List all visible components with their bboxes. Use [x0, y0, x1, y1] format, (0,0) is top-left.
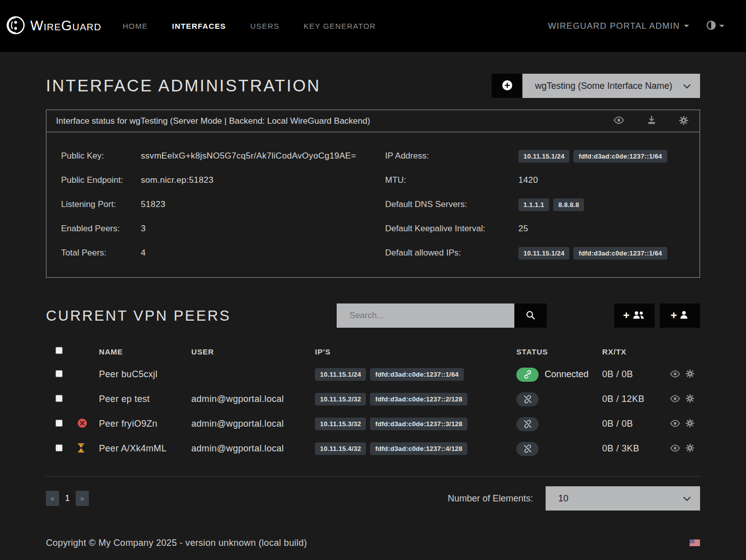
detail-row: Total Peers: 4: [61, 241, 373, 265]
gear-icon: [685, 369, 695, 380]
footer: Copyright © My Company 2025 - version un…: [46, 532, 700, 560]
nav-links: HOME INTERFACES USERS KEY GENERATOR: [123, 22, 376, 30]
column-header-user: USER: [191, 347, 315, 356]
ip-badge: fdfd:d3ad:c0de:1237::2/128: [370, 393, 467, 405]
nav-link-home[interactable]: HOME: [123, 22, 148, 30]
navbar: WireGuard HOME INTERFACES USERS KEY GENE…: [0, 0, 746, 52]
nav-link-key-generator[interactable]: KEY GENERATOR: [304, 22, 376, 30]
page-title: INTERFACE ADMINISTRATION: [46, 76, 321, 95]
peer-edit-button[interactable]: [685, 394, 695, 404]
peer-ips: 10.11.15.4/32fdfd:d3ad:c0de:1237::4/128: [315, 442, 516, 455]
theme-toggle-dropdown[interactable]: [706, 20, 724, 32]
navbar-right: WIREGUARD PORTAL ADMIN: [548, 20, 724, 32]
peers-table: NAME USER IP'S STATUS RX/TX Peer buC5cxj…: [46, 341, 700, 477]
caret-down-icon: [719, 25, 724, 27]
peer-ips: 10.11.15.3/32fdfd:d3ad:c0de:1237::3/128: [315, 418, 516, 430]
add-peer-button[interactable]: +: [660, 303, 700, 328]
peer-view-button[interactable]: [670, 420, 680, 429]
chevron-down-icon: [683, 81, 691, 91]
download-icon: [647, 115, 657, 127]
pagination-current-page[interactable]: 1: [65, 494, 70, 503]
detail-row: IP Address: 10.11.15.1/24fdfd:d3ad:c0de:…: [385, 144, 700, 168]
copyright-text: Copyright © My Company 2025 - version un…: [46, 538, 307, 548]
plus-icon: +: [623, 310, 630, 321]
nav-link-interfaces[interactable]: INTERFACES: [172, 22, 226, 30]
elements-per-page-label: Number of Elements:: [448, 493, 533, 504]
peer-row: Peer buC5cxjl 10.11.15.1/24fdfd:d3ad:c0d…: [46, 362, 700, 387]
ip-badge: 1.1.1.1: [518, 198, 549, 211]
peer-name: Peer A/Xk4mML: [99, 443, 191, 454]
peer-ips: 10.11.15.2/32fdfd:d3ad:c0de:1237::2/128: [315, 393, 516, 405]
peer-select-checkbox[interactable]: [56, 420, 63, 427]
peer-view-button[interactable]: [670, 370, 680, 379]
detail-value: 1420: [518, 175, 538, 185]
view-config-button[interactable]: [613, 116, 624, 126]
download-config-button[interactable]: [647, 115, 657, 127]
detail-row: Default allowed IPs: 10.11.15.1/24fdfd:d…: [385, 241, 700, 265]
peer-ips: 10.11.15.1/24fdfd:d3ad:c0de:1237::1/64: [315, 368, 516, 381]
nav-link-users[interactable]: USERS: [250, 22, 280, 30]
interface-status-card: Interface status for wgTesting (Server M…: [46, 110, 700, 278]
search-input[interactable]: [337, 303, 514, 328]
edit-interface-button[interactable]: [679, 116, 688, 127]
pagination-next-button[interactable]: »: [76, 491, 89, 506]
eye-icon: [670, 370, 680, 379]
interface-details-left: Public Key: ssvmEelxG+k8jsNO5G7cq5r/Ak7l…: [46, 144, 373, 265]
add-interface-button[interactable]: [492, 74, 522, 98]
peer-user: admin@wgportal.local: [191, 394, 315, 404]
peer-row: Peer ep test admin@wgportal.local 10.11.…: [46, 387, 700, 412]
peer-select-checkbox[interactable]: [56, 395, 63, 402]
gear-icon: [685, 419, 695, 429]
brand-wordmark: WireGuard: [30, 18, 101, 34]
detail-value: 1.1.1.18.8.8.8: [518, 198, 588, 211]
peer-select-checkbox[interactable]: [56, 370, 63, 377]
peer-user: admin@wgportal.local: [191, 419, 315, 429]
elements-per-page-select[interactable]: 10: [546, 486, 700, 511]
peer-row: Peer fryiO9Zn admin@wgportal.local 10.11…: [46, 412, 700, 436]
interface-select[interactable]: wgTesting (Some Interface Name): [522, 74, 700, 98]
detail-value: 10.11.15.1/24fdfd:d3ad:c0de:1237::1/64: [518, 247, 671, 260]
peer-edit-button[interactable]: [685, 369, 695, 380]
wireguard-brand[interactable]: WireGuard: [5, 15, 101, 38]
peer-edit-button[interactable]: [685, 443, 695, 454]
ip-badge: fdfd:d3ad:c0de:1237::1/64: [573, 150, 667, 163]
column-header-status: STATUS: [516, 347, 602, 356]
eye-icon: [670, 420, 680, 429]
gear-icon: [679, 116, 688, 127]
plus-icon: +: [671, 310, 677, 321]
ip-badge: fdfd:d3ad:c0de:1237::3/128: [370, 418, 467, 430]
search-button[interactable]: [514, 303, 547, 328]
language-flag-us-icon[interactable]: [689, 539, 700, 546]
peers-table-header: NAME USER IP'S STATUS RX/TX: [46, 341, 700, 362]
peer-disabled-icon: [77, 418, 87, 430]
elements-per-page-value: 10: [558, 493, 568, 504]
detail-label: Enabled Peers:: [61, 224, 141, 234]
peer-edit-button[interactable]: [685, 419, 695, 429]
detail-row: Public Endpoint: som.nicr.ep:51823: [61, 168, 373, 192]
peer-rxtx: 0B / 12KB: [602, 394, 670, 404]
user-menu-dropdown[interactable]: WIREGUARD PORTAL ADMIN: [548, 21, 689, 31]
ip-badge: 10.11.15.4/32: [315, 442, 366, 455]
gear-icon: [685, 443, 695, 454]
detail-row: Listening Port: 51823: [61, 192, 373, 217]
peer-view-button[interactable]: [670, 395, 680, 404]
detail-value: ssvmEelxG+k8jsNO5G7cq5r/Ak7liCodAvOyoCg1…: [141, 151, 356, 161]
select-all-checkbox[interactable]: [56, 347, 63, 354]
peer-status: [516, 442, 602, 456]
plus-circle-icon: [502, 80, 513, 92]
status-label: Connected: [545, 369, 589, 380]
peer-status: [516, 417, 602, 431]
peer-name: Peer buC5cxjl: [99, 369, 191, 380]
ip-badge: 10.11.15.1/24: [518, 247, 569, 260]
users-icon: [631, 310, 646, 322]
caret-down-icon: [684, 25, 689, 27]
ip-badge: 10.11.15.3/32: [315, 418, 366, 430]
add-multiple-peers-button[interactable]: +: [614, 303, 655, 328]
eye-icon: [670, 395, 680, 404]
detail-value: 4: [141, 248, 146, 258]
detail-value: som.nicr.ep:51823: [141, 175, 214, 185]
peer-view-button[interactable]: [670, 444, 680, 453]
peer-select-checkbox[interactable]: [56, 444, 63, 451]
detail-label: Listening Port:: [61, 199, 141, 210]
pagination-prev-button[interactable]: «: [46, 491, 59, 506]
